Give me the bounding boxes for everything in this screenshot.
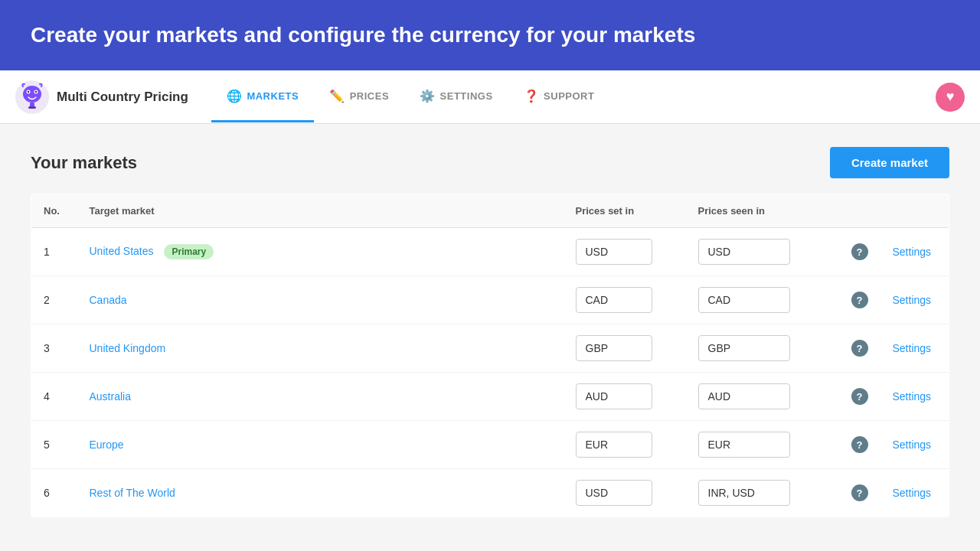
col-header-prices-set: Prices set in bbox=[564, 194, 686, 228]
row-no-2: 2 bbox=[31, 276, 77, 324]
svg-point-5 bbox=[35, 91, 37, 93]
row-market-3: United Kingdom bbox=[77, 324, 564, 373]
col-header-help bbox=[839, 194, 880, 228]
svg-point-1 bbox=[23, 86, 41, 103]
help-icon-4[interactable]: ? bbox=[851, 388, 868, 405]
app-logo bbox=[15, 80, 49, 114]
col-header-no: No. bbox=[31, 194, 77, 228]
heart-button[interactable]: ♥ bbox=[936, 83, 965, 112]
table-row: 3 United Kingdom ? Settings bbox=[31, 324, 949, 373]
primary-badge: Primary bbox=[164, 244, 214, 259]
market-link-3[interactable]: United Kingdom bbox=[90, 342, 166, 354]
settings-link-2[interactable]: Settings bbox=[893, 294, 932, 306]
row-prices-seen-5 bbox=[686, 421, 839, 469]
row-prices-set-1 bbox=[564, 228, 686, 276]
table-header-row: No. Target market Prices set in Prices s… bbox=[31, 194, 949, 228]
market-link-4[interactable]: Australia bbox=[90, 390, 131, 403]
tab-settings[interactable]: ⚙️ SETTINGS bbox=[404, 72, 508, 122]
table-row: 5 Europe ? Settings bbox=[31, 421, 949, 469]
tab-markets-label: MARKETS bbox=[247, 90, 299, 102]
row-prices-set-2 bbox=[564, 276, 686, 324]
market-link-2[interactable]: Canada bbox=[90, 294, 127, 306]
row-no-4: 4 bbox=[31, 373, 77, 421]
prices-seen-input-4[interactable] bbox=[698, 383, 790, 409]
market-link-6[interactable]: Rest of The World bbox=[90, 487, 175, 499]
tab-support-label: SUPPORT bbox=[544, 90, 594, 102]
row-prices-seen-1 bbox=[686, 228, 839, 276]
table-row: 1 United States Primary ? Settings bbox=[31, 228, 949, 276]
hero-title: Create your markets and configure the cu… bbox=[31, 21, 949, 49]
tab-settings-label: SETTINGS bbox=[440, 90, 493, 102]
main-content: Your markets Create market No. Target ma… bbox=[0, 124, 980, 540]
settings-icon: ⚙️ bbox=[420, 89, 436, 103]
row-settings-2: Settings bbox=[880, 276, 949, 324]
row-settings-1: Settings bbox=[880, 228, 949, 276]
prices-set-input-3[interactable] bbox=[576, 335, 652, 361]
row-market-1: United States Primary bbox=[77, 228, 564, 276]
prices-seen-input-5[interactable] bbox=[698, 432, 790, 458]
prices-set-input-2[interactable] bbox=[576, 287, 652, 313]
row-prices-seen-3 bbox=[686, 324, 839, 373]
prices-icon: ✏️ bbox=[329, 89, 345, 103]
row-no-1: 1 bbox=[31, 228, 77, 276]
heart-icon: ♥ bbox=[946, 89, 955, 105]
table-row: 2 Canada ? Settings bbox=[31, 276, 949, 324]
table-row: 4 Australia ? Settings bbox=[31, 373, 949, 421]
row-settings-5: Settings bbox=[880, 421, 949, 469]
table-row: 6 Rest of The World ? Settings bbox=[31, 469, 949, 517]
row-prices-seen-4 bbox=[686, 373, 839, 421]
market-link-1[interactable]: United States bbox=[90, 245, 154, 257]
row-help-2: ? bbox=[839, 276, 880, 324]
row-prices-seen-2 bbox=[686, 276, 839, 324]
navbar: Multi Country Pricing 🌐 MARKETS ✏️ PRICE… bbox=[0, 70, 980, 124]
help-icon-6[interactable]: ? bbox=[851, 484, 868, 501]
row-no-5: 5 bbox=[31, 421, 77, 469]
row-market-2: Canada bbox=[77, 276, 564, 324]
prices-set-input-4[interactable] bbox=[576, 383, 652, 409]
settings-link-1[interactable]: Settings bbox=[893, 246, 932, 258]
prices-seen-input-2[interactable] bbox=[698, 287, 790, 313]
prices-set-input-6[interactable] bbox=[576, 480, 652, 506]
row-help-4: ? bbox=[839, 373, 880, 421]
col-header-settings bbox=[880, 194, 949, 228]
tab-support[interactable]: ❓ SUPPORT bbox=[508, 72, 610, 122]
help-icon-1[interactable]: ? bbox=[851, 243, 868, 260]
row-settings-3: Settings bbox=[880, 324, 949, 373]
settings-link-6[interactable]: Settings bbox=[893, 487, 932, 499]
row-prices-set-5 bbox=[564, 421, 686, 469]
brand: Multi Country Pricing bbox=[15, 80, 188, 114]
col-header-target: Target market bbox=[77, 194, 564, 228]
row-help-1: ? bbox=[839, 228, 880, 276]
row-market-6: Rest of The World bbox=[77, 469, 564, 517]
prices-seen-input-6[interactable] bbox=[698, 480, 790, 506]
prices-set-input-5[interactable] bbox=[576, 432, 652, 458]
row-settings-4: Settings bbox=[880, 373, 949, 421]
prices-seen-input-1[interactable] bbox=[698, 239, 790, 265]
prices-seen-input-3[interactable] bbox=[698, 335, 790, 361]
row-settings-6: Settings bbox=[880, 469, 949, 517]
create-market-button[interactable]: Create market bbox=[830, 147, 949, 178]
tab-markets[interactable]: 🌐 MARKETS bbox=[211, 72, 314, 122]
nav-tabs: 🌐 MARKETS ✏️ PRICES ⚙️ SETTINGS ❓ SUPPOR… bbox=[211, 72, 936, 122]
tab-prices-label: PRICES bbox=[350, 90, 389, 102]
app-name: Multi Country Pricing bbox=[57, 90, 188, 105]
support-icon: ❓ bbox=[524, 89, 540, 103]
col-header-prices-seen: Prices seen in bbox=[686, 194, 839, 228]
row-prices-seen-6 bbox=[686, 469, 839, 517]
markets-table: No. Target market Prices set in Prices s… bbox=[31, 194, 949, 517]
row-help-6: ? bbox=[839, 469, 880, 517]
settings-link-4[interactable]: Settings bbox=[893, 390, 932, 403]
row-prices-set-4 bbox=[564, 373, 686, 421]
settings-link-5[interactable]: Settings bbox=[893, 439, 932, 451]
help-icon-3[interactable]: ? bbox=[851, 340, 868, 357]
help-icon-2[interactable]: ? bbox=[851, 292, 868, 308]
tab-prices[interactable]: ✏️ PRICES bbox=[314, 72, 404, 122]
row-prices-set-3 bbox=[564, 324, 686, 373]
markets-header: Your markets Create market bbox=[31, 147, 949, 178]
market-link-5[interactable]: Europe bbox=[90, 439, 124, 451]
row-market-5: Europe bbox=[77, 421, 564, 469]
prices-set-input-1[interactable] bbox=[576, 239, 652, 265]
row-no-6: 6 bbox=[31, 469, 77, 517]
settings-link-3[interactable]: Settings bbox=[893, 342, 932, 354]
help-icon-5[interactable]: ? bbox=[851, 436, 868, 453]
